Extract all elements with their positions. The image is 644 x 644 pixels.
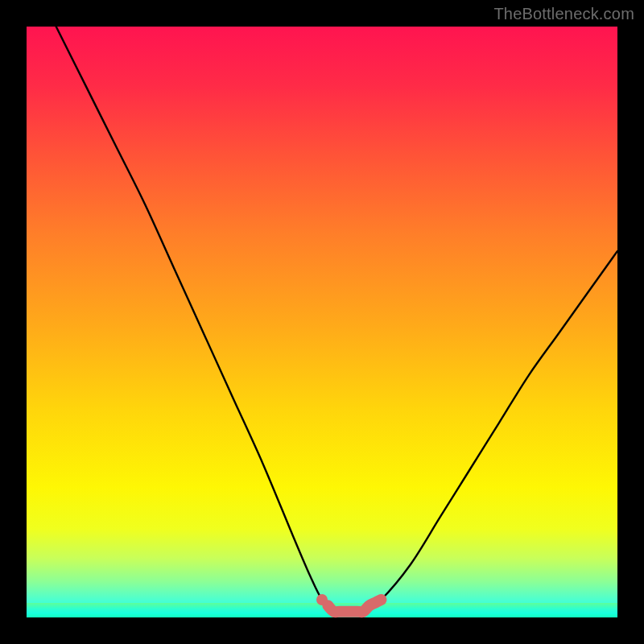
bottleneck-curve bbox=[27, 27, 617, 617]
curve-line bbox=[56, 27, 617, 613]
optimal-range-markers bbox=[328, 600, 381, 612]
plot-area bbox=[27, 27, 617, 617]
optimal-start-dot bbox=[316, 594, 328, 605]
watermark-text: TheBottleneck.com bbox=[493, 5, 634, 23]
chart-frame: TheBottleneck.com bbox=[0, 0, 644, 644]
